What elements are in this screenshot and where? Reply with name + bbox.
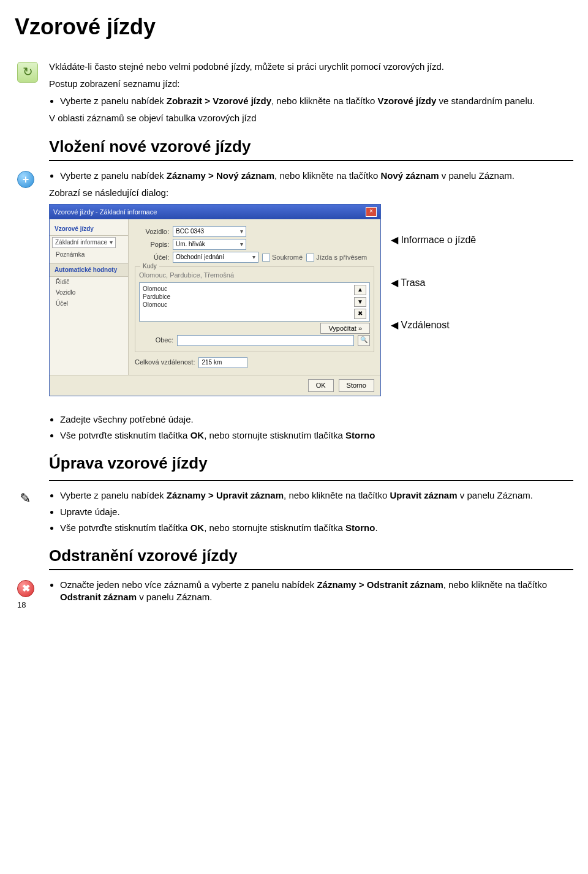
sidebar-item-driver[interactable]: Řidič [50, 277, 128, 288]
input-town[interactable] [177, 335, 354, 346]
group-route: Kudy Olomouc, Pardubice, Třemošná Olomou… [135, 266, 374, 352]
divider [49, 160, 573, 161]
label-vehicle: Vozidlo: [135, 227, 169, 236]
sidebar-heading: Vzorové jízdy [50, 223, 128, 236]
input-distance[interactable]: 215 km [198, 357, 247, 368]
delete-icon: ✖ [17, 580, 39, 602]
insert-after-text: Zobrazí se následující dialog: [49, 187, 573, 199]
close-icon[interactable]: × [366, 207, 377, 217]
list-item: Označte jeden nebo více záznamů a vybert… [60, 579, 573, 604]
delete-heading: Odstranění vzorové jízdy [49, 545, 573, 567]
divider [49, 569, 573, 570]
label-town: Obec: [139, 336, 173, 345]
select-desc[interactable]: Um. hřivák [173, 239, 246, 250]
callout-route: Trasa [391, 276, 476, 290]
insert-heading: Vložení nové vzorové jízdy [49, 136, 573, 157]
list-item: Vše potvrďte stisknutím tlačítka OK, neb… [60, 429, 573, 442]
list-item: Vše potvrďte stisknutím tlačítka OK, neb… [60, 522, 573, 534]
search-icon[interactable]: 🔍 [358, 335, 370, 346]
cancel-button[interactable]: Storno [339, 379, 374, 392]
list-item: Zadejte všechny potřebné údaje. [60, 413, 573, 426]
dialog-main: Vozidlo: BCC 0343 Popis: Um. hřivák Účel… [129, 219, 380, 375]
route-down-icon[interactable]: ▼ [354, 297, 366, 307]
calc-button[interactable]: Vypočítat » [320, 323, 370, 334]
label-purpose: Účel: [135, 253, 169, 262]
after-list-text: V oblasti záznamů se objeví tabulka vzor… [49, 112, 573, 124]
checkbox-private[interactable]: Soukromé [262, 253, 303, 262]
divider [49, 480, 573, 481]
list-item: Vyberte z panelu nabídek Zobrazit > Vzor… [60, 95, 573, 107]
intro-text: Vkládáte-li často stejné nebo velmi podo… [49, 61, 573, 73]
dialog-sidebar: Vzorové jízdy Základní informace Poznámk… [50, 219, 129, 375]
route-up-icon[interactable]: ▲ [354, 285, 366, 295]
page-title: Vzorové jízdy [15, 12, 573, 42]
list-heading: Postup zobrazení seznamu jízd: [49, 78, 573, 90]
checkbox-trailer[interactable]: Jízda s přívěsem [306, 253, 367, 262]
sidebar-item-purpose[interactable]: Účel [50, 298, 128, 309]
list-item: Upravte údaje. [60, 506, 573, 518]
refresh-icon: ↻ [17, 62, 39, 84]
route-hint: Olomouc, Pardubice, Třemošná [139, 271, 370, 280]
select-purpose[interactable]: Obchodní jednání [173, 252, 258, 263]
select-vehicle[interactable]: BCC 0343 [173, 226, 246, 237]
sidebar-item-basic[interactable]: Základní informace [52, 237, 116, 248]
plus-icon: + [17, 171, 39, 193]
list-item: Vyberte z panelu nabídek Záznamy > Uprav… [60, 489, 573, 502]
pencil-icon: ✎ [17, 491, 39, 513]
dialog-titlebar: Vzorové jízdy - Základní informace × [50, 205, 380, 219]
sidebar-subheading: Automatické hodnoty [50, 263, 128, 277]
page-number: 18 [17, 600, 26, 611]
dialog-mock: Vzorové jízdy - Základní informace × Vzo… [49, 204, 381, 396]
callout-distance: Vzdálenost [391, 318, 476, 332]
group-route-title: Kudy [140, 262, 159, 271]
dialog-title: Vzorové jízdy - Základní informace [53, 208, 157, 217]
callouts: Informace o jízdě Trasa Vzdálenost [391, 204, 476, 332]
route-list[interactable]: Olomouc Pardubice Olomouc [143, 285, 170, 319]
route-remove-icon[interactable]: ✖ [354, 309, 366, 319]
list-item: Vyberte z panelu nabídek Záznamy > Nový … [60, 170, 573, 182]
edit-heading: Úprava vzorové jízdy [49, 453, 573, 474]
callout-info: Informace o jízdě [391, 233, 476, 247]
sidebar-item-note[interactable]: Poznámka [50, 249, 128, 260]
label-distance: Celková vzdálenost: [135, 358, 195, 367]
sidebar-item-vehicle[interactable]: Vozidlo [50, 287, 128, 298]
ok-button[interactable]: OK [308, 379, 334, 392]
label-desc: Popis: [135, 240, 169, 249]
